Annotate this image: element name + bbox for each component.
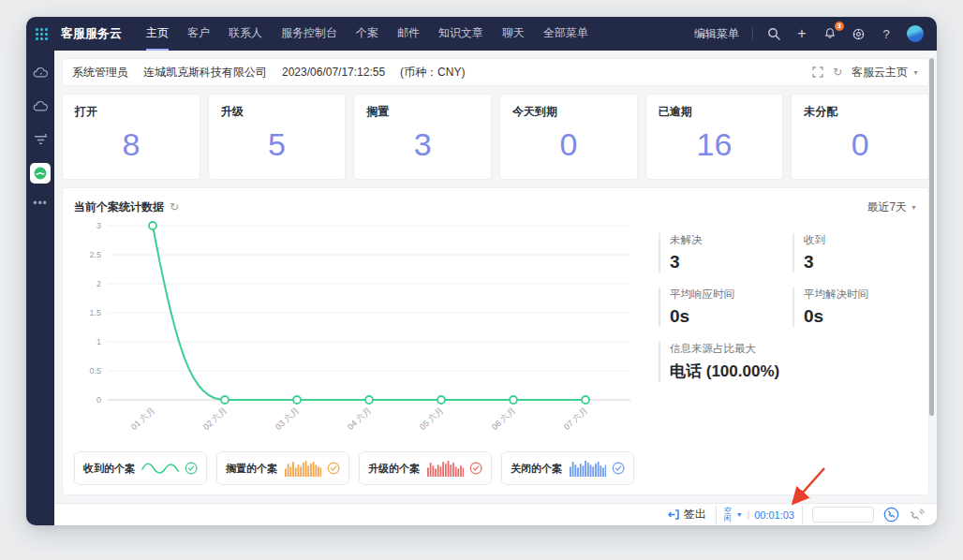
edit-menu-button[interactable]: 编辑菜单 — [694, 26, 739, 42]
nav-item-3[interactable]: 服务控制台 — [281, 17, 337, 51]
nav-item-2[interactable]: 联系人 — [229, 17, 262, 51]
signout-label: 签出 — [684, 507, 706, 523]
kpi-2: 平均响应时间 0s — [659, 287, 783, 327]
main-menu: 主页客户联系人服务控制台个案邮件知识文章聊天全部菜单 — [137, 17, 694, 51]
kpi-grid: 未解决 3收到 3平均响应时间 0s平均解决时间 0s信息来源占比最大 电话 (… — [659, 216, 917, 448]
dial-number-input[interactable] — [812, 507, 874, 523]
add-icon[interactable]: + — [794, 26, 809, 41]
kpi-value: 电话 (100.00%) — [670, 361, 917, 382]
panel-title: 当前个案统计数据 — [74, 199, 164, 215]
currency: (币种：CNY) — [400, 65, 465, 81]
nav-item-7[interactable]: 聊天 — [502, 17, 525, 51]
stat-card-3[interactable]: 今天到期 0 — [499, 94, 638, 180]
dashboard-select[interactable]: 客服云主页 ▼ — [852, 65, 919, 81]
sidebar-more-icon[interactable]: ••• — [33, 197, 48, 210]
case-type-label: 收到的个案 — [83, 462, 135, 476]
user-avatar[interactable] — [907, 25, 924, 42]
stat-card-label: 未分配 — [804, 104, 837, 120]
sidebar-item-service-cloud-active[interactable] — [30, 163, 51, 184]
divider — [752, 27, 753, 40]
stat-card-value: 16 — [646, 126, 783, 163]
svg-text:05 六月: 05 六月 — [418, 405, 445, 432]
case-type-card-1[interactable]: 搁置的个案 — [216, 451, 349, 485]
user-role: 系统管理员 — [72, 65, 128, 81]
nav-item-4[interactable]: 个案 — [356, 17, 378, 51]
case-type-label: 关闭的个案 — [511, 462, 562, 476]
sparkline-bars-icon — [425, 459, 464, 478]
sparkline-bars-icon — [283, 459, 321, 478]
svg-text:1.5: 1.5 — [89, 308, 101, 317]
panel-refresh-icon[interactable]: ↻ — [170, 200, 179, 214]
case-trend-line-chart: 00.511.522.5301 六月02 六月03 六月04 六月05 六月06… — [74, 216, 645, 448]
check-circle-icon — [612, 461, 625, 476]
search-icon[interactable] — [766, 26, 781, 41]
nav-item-8[interactable]: 全部菜单 — [543, 17, 588, 51]
svg-text:04 六月: 04 六月 — [346, 405, 373, 432]
svg-text:07 六月: 07 六月 — [562, 405, 589, 432]
svg-text:06 六月: 06 六月 — [490, 405, 517, 432]
date-range-dropdown[interactable]: 最近7天 ▼ — [867, 199, 917, 215]
nav-item-5[interactable]: 邮件 — [397, 17, 420, 51]
stat-card-value: 0 — [792, 126, 928, 163]
kpi-4: 信息来源占比最大 电话 (100.00%) — [659, 342, 917, 382]
context-header: 系统管理员 连城凯克斯科技有限公司 2023/06/07/17:12:55 (币… — [62, 58, 929, 86]
company-name: 连城凯克斯科技有限公司 — [143, 65, 267, 81]
case-type-card-0[interactable]: 收到的个案 — [74, 451, 207, 485]
call-phone-icon[interactable] — [883, 507, 899, 523]
stat-card-label: 今天到期 — [512, 104, 557, 120]
help-icon[interactable]: ? — [879, 26, 894, 41]
fullscreen-icon[interactable] — [812, 66, 823, 78]
stat-card-value: 0 — [500, 126, 637, 163]
stat-card-0[interactable]: 打开 8 — [62, 94, 200, 180]
nav-item-0[interactable]: 主页 — [146, 17, 169, 51]
stat-card-value: 3 — [354, 126, 491, 163]
vertical-scrollbar[interactable] — [929, 58, 934, 416]
svg-text:01 六月: 01 六月 — [129, 405, 156, 432]
agent-state-dropdown[interactable]: 空 闲 ▼ | 00:01:03 — [716, 506, 803, 524]
call-forward-phone-icon[interactable] — [909, 508, 926, 522]
app-window: 客服服务云 主页客户联系人服务控制台个案邮件知识文章聊天全部菜单 编辑菜单 + … — [26, 17, 937, 525]
chevron-down-icon: ▼ — [736, 511, 743, 518]
stat-cards-row: 打开 8升级 5搁置 3今天到期 0已逾期 16未分配 0 — [62, 94, 929, 180]
case-statistics-panel: 当前个案统计数据 ↻ 最近7天 ▼ 00.511.522.5301 六月02 六… — [62, 187, 929, 495]
status-bar: 签出 空 闲 ▼ | 00:01:03 — [54, 503, 937, 525]
page-content: 系统管理员 连城凯克斯科技有限公司 2023/06/07/17:12:55 (币… — [54, 51, 937, 503]
notifications-bell-icon[interactable]: 3 — [822, 26, 837, 41]
topbar-actions: 编辑菜单 + 3 ? — [694, 25, 924, 42]
kpi-label: 平均解决时间 — [804, 287, 917, 302]
kpi-3: 平均解决时间 0s — [793, 287, 917, 327]
refresh-icon[interactable]: ↻ — [833, 66, 842, 79]
svg-text:1: 1 — [96, 337, 101, 346]
app-launcher-icon[interactable] — [36, 28, 48, 40]
settings-gear-icon[interactable] — [851, 26, 866, 41]
stat-card-1[interactable]: 升级 5 — [208, 94, 347, 180]
nav-item-6[interactable]: 知识文章 — [438, 17, 483, 51]
kpi-label: 收到 — [804, 233, 917, 247]
case-type-label: 升级的个案 — [368, 462, 420, 476]
kpi-value: 0s — [670, 306, 783, 327]
check-circle-icon — [327, 461, 340, 476]
case-type-card-2[interactable]: 升级的个案 — [359, 451, 492, 485]
case-type-toggle-row: 收到的个案 搁置的个案 升级的个案 关闭的个案 — [74, 451, 917, 485]
date-range-value: 最近7天 — [867, 199, 907, 215]
sidebar-item-funnel[interactable] — [30, 129, 51, 150]
kpi-value: 3 — [804, 252, 917, 273]
sidebar-item-cloud[interactable] — [30, 96, 51, 116]
kpi-label: 未解决 — [670, 233, 783, 247]
sidebar-item-cloud-gauge[interactable] — [30, 62, 51, 82]
kpi-label: 平均响应时间 — [670, 287, 783, 302]
svg-text:03 六月: 03 六月 — [274, 405, 301, 432]
svg-text:0.5: 0.5 — [89, 366, 101, 376]
kpi-value: 3 — [670, 252, 783, 273]
stat-card-5[interactable]: 未分配 0 — [791, 94, 929, 180]
top-navigation-bar: 客服服务云 主页客户联系人服务控制台个案邮件知识文章聊天全部菜单 编辑菜单 + … — [26, 17, 937, 51]
case-type-label: 搁置的个案 — [226, 462, 277, 476]
stat-card-value: 5 — [209, 126, 346, 163]
nav-item-1[interactable]: 客户 — [187, 17, 210, 51]
signout-button[interactable]: 签出 — [667, 507, 706, 523]
stat-card-4[interactable]: 已逾期 16 — [645, 94, 784, 180]
sparkline-bars-icon — [568, 459, 606, 478]
case-type-card-3[interactable]: 关闭的个案 — [501, 451, 634, 485]
stat-card-2[interactable]: 搁置 3 — [353, 94, 492, 180]
brand-title: 客服服务云 — [61, 25, 122, 42]
